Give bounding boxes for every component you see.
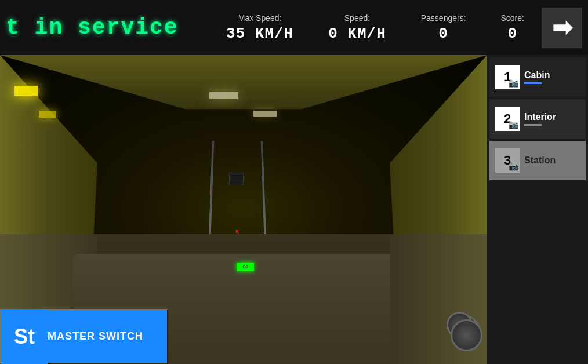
max-speed-block: Max Speed: 35 KM/H <box>226 13 293 42</box>
camera-1-box: 1 📷 <box>495 65 520 89</box>
camera-station-button[interactable]: 3 📷 Station <box>489 141 586 180</box>
camera-interior-button[interactable]: 2 📷 Interior <box>489 99 586 139</box>
speed-label: Speed: <box>328 13 386 23</box>
camera-1-underline <box>524 82 542 84</box>
camera-2-label: Interior <box>524 112 556 122</box>
speed-block: Speed: 0 KM/H <box>328 13 386 42</box>
score-label: Score: <box>501 13 524 23</box>
passengers-block: Passengers: 0 <box>421 13 466 42</box>
distant-train <box>229 173 244 185</box>
camera-1-icon: 📷 <box>509 78 518 88</box>
camera-2-underline <box>524 124 542 126</box>
title-area: t in service <box>0 15 209 40</box>
camera-3-label: Station <box>524 155 556 165</box>
camera-2-box: 2 📷 <box>495 107 520 131</box>
game-title: t in service <box>6 15 179 40</box>
green-display: 00 <box>237 263 254 271</box>
score-value: 0 <box>501 25 524 42</box>
master-switch-label: MASTER SWITCH <box>48 330 143 343</box>
wall-light-left-2 <box>39 111 56 118</box>
master-switch-badge-text: St <box>14 325 35 349</box>
master-switch-button[interactable]: St MASTER SWITCH <box>0 309 168 364</box>
camera-cabin-button[interactable]: 1 📷 Cabin <box>489 57 586 97</box>
stats-area: Max Speed: 35 KM/H Speed: 0 KM/H Passeng… <box>209 13 542 42</box>
gauge-right-3 <box>451 319 482 351</box>
camera-3-info: Station <box>524 155 556 166</box>
passengers-value: 0 <box>421 25 466 42</box>
camera-2-info: Interior <box>524 112 556 126</box>
tunnel-light-1 <box>209 92 238 99</box>
score-block: Score: 0 <box>501 13 524 42</box>
max-speed-value: 35 KM/H <box>226 25 293 42</box>
passengers-label: Passengers: <box>421 13 466 23</box>
tunnel-light-2 <box>253 111 277 117</box>
camera-1-label: Cabin <box>524 70 550 80</box>
max-speed-label: Max Speed: <box>226 13 293 23</box>
speed-value: 0 KM/H <box>328 25 386 42</box>
hud-bar: t in service Max Speed: 35 KM/H Speed: 0… <box>0 0 588 55</box>
exit-button[interactable]: ➡ <box>542 8 582 48</box>
camera-3-icon: 📷 <box>509 162 518 171</box>
camera-panel: 1 📷 Cabin 2 📷 Interior 3 📷 Station <box>487 55 588 364</box>
camera-1-info: Cabin <box>524 70 550 84</box>
exit-icon: ➡ <box>552 13 572 42</box>
wall-light-left-1 <box>14 86 38 96</box>
camera-3-box: 3 📷 <box>495 148 520 173</box>
camera-2-icon: 📷 <box>509 120 518 129</box>
dashboard-right-panel <box>390 234 487 364</box>
master-switch-badge: St <box>1 309 48 364</box>
